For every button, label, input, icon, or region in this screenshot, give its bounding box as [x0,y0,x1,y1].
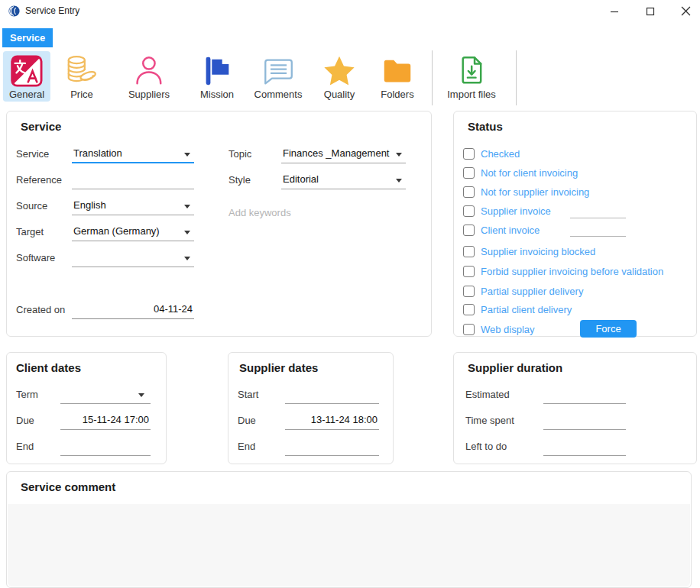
checkbox[interactable] [463,167,475,179]
supplier-duration-panel: Supplier duration Estimated Time spent L… [453,352,697,464]
created-on-field[interactable]: 04-11-24 [72,301,194,319]
toolbar-label-comments: Comments [254,89,303,100]
toolbar-separator [432,50,433,105]
service-field-label: Service [16,145,49,163]
left-to-do-field-label: Left to do [465,438,507,456]
source-dropdown[interactable]: English [72,197,194,215]
service-comment-panel: Service comment [6,471,692,588]
checkbox[interactable] [463,324,475,335]
toolbar-separator [516,50,517,105]
checkbox-label: Supplier invoicing blocked [481,246,595,257]
client-dates-title: Client dates [16,361,81,374]
service-dropdown[interactable]: Translation [72,145,194,163]
toolbar-label-folders: Folders [381,89,413,100]
toolbar-label-mission: Mission [200,89,234,100]
checkbox-row-not-for-supplier-invoicing[interactable]: Not for supplier invoicing [463,186,589,198]
chevron-down-icon [396,153,402,157]
style-dropdown-value: Editorial [281,171,406,188]
checkbox[interactable] [463,225,475,236]
toolbar-button-folders[interactable]: Folders [374,51,421,102]
app-logo-icon [8,5,21,18]
checkbox[interactable] [463,246,475,257]
software-field-label: Software [16,249,55,267]
service-comment-textarea[interactable] [8,504,690,586]
service-dropdown-value: Translation [72,145,194,162]
chevron-down-icon [184,257,190,260]
client-end-field[interactable] [60,438,151,456]
toolbar-button-suppliers[interactable]: Suppliers [122,51,176,102]
close-button[interactable] [672,0,699,22]
target-dropdown-value: German (Germany) [72,223,194,240]
checkbox[interactable] [463,286,475,297]
checkbox-label: Partial client delivery [481,304,572,315]
client-due-value: 15-11-24 17:00 [60,412,151,428]
checkbox[interactable] [463,148,475,160]
supplier-due-value: 13-11-24 18:00 [285,412,379,428]
topic-dropdown[interactable]: Finances _Management [281,145,406,163]
checkbox[interactable] [463,304,475,315]
checkbox-row-forbid-supplier-invoicing[interactable]: Forbid supplier invoicing before validat… [463,265,663,277]
supplier-start-field[interactable] [285,386,379,404]
toolbar-button-price[interactable]: Price [58,51,105,102]
checkbox-row-supplier-invoice[interactable]: Supplier invoice [463,205,551,217]
translate-icon [9,53,44,89]
maximize-button[interactable] [637,0,664,22]
target-field-label: Target [16,223,44,241]
checkbox-label: Web display [481,324,535,335]
toolbar-button-general[interactable]: General [3,51,50,102]
client-dates-panel: Client dates Term Due 15-11-24 17:00 End [6,352,167,464]
client-invoice-input[interactable] [570,236,626,237]
minimize-button[interactable] [601,0,628,22]
checkbox-label: Forbid supplier invoicing before validat… [481,266,663,277]
supplier-invoice-input[interactable] [570,218,626,218]
service-entry-window: Service Entry Service [0,0,700,588]
supplier-duration-title: Supplier duration [468,361,562,374]
client-end-field-label: End [16,438,34,456]
checkbox-row-supplier-invoicing-blocked[interactable]: Supplier invoicing blocked [463,245,595,257]
tab-service[interactable]: Service [2,28,53,47]
checkbox[interactable] [463,186,475,198]
toolbar-label-quality: Quality [324,89,355,100]
topic-field-label: Topic [228,145,251,163]
checkbox-row-partial-client-delivery[interactable]: Partial client delivery [463,303,572,315]
target-dropdown[interactable]: German (Germany) [72,223,194,241]
toolbar-button-comments[interactable]: Comments [248,51,309,102]
supplier-dates-panel: Supplier dates Start Due 13-11-24 18:00 … [228,352,394,464]
star-icon [322,53,357,89]
software-dropdown[interactable] [72,249,194,267]
checkbox-row-not-for-client-invoicing[interactable]: Not for client invoicing [463,166,578,179]
toolbar-label-general: General [9,89,44,100]
estimated-field[interactable] [543,386,626,404]
toolbar-label-import-files: Import files [447,89,496,100]
left-to-do-field[interactable] [543,438,626,456]
client-due-field[interactable]: 15-11-24 17:00 [60,412,151,430]
toolbar-label-suppliers: Suppliers [128,89,170,100]
checkbox-row-checked[interactable]: Checked [463,147,520,160]
checkbox-row-partial-supplier-delivery[interactable]: Partial supplier delivery [463,285,583,297]
checkbox[interactable] [463,205,475,217]
time-spent-field[interactable] [543,412,626,430]
person-icon [131,53,167,89]
force-button[interactable]: Force [580,320,637,338]
term-field-label: Term [16,386,38,404]
term-dropdown[interactable] [60,386,151,404]
chevron-down-icon [184,205,190,208]
start-field-label: Start [238,386,258,404]
checkbox[interactable] [463,266,475,277]
estimated-field-label: Estimated [465,386,510,404]
checkbox-row-client-invoice[interactable]: Client invoice [463,224,540,236]
checkbox-row-web-display[interactable]: Web display [463,323,535,335]
supplier-end-field[interactable] [285,438,379,456]
add-keywords-input[interactable]: Add keywords [228,207,291,218]
checkbox-label: Client invoice [481,225,540,236]
reference-input[interactable] [72,171,194,189]
toolbar-button-import-files[interactable]: Import files [441,51,502,102]
style-dropdown[interactable]: Editorial [281,171,406,189]
status-panel-title: Status [468,120,503,133]
supplier-due-field[interactable]: 13-11-24 18:00 [285,412,379,430]
toolbar-button-quality[interactable]: Quality [316,51,363,102]
time-spent-field-label: Time spent [465,412,514,430]
toolbar-label-price: Price [70,89,93,100]
toolbar-button-mission[interactable]: Mission [193,51,241,102]
source-field-label: Source [16,197,47,215]
